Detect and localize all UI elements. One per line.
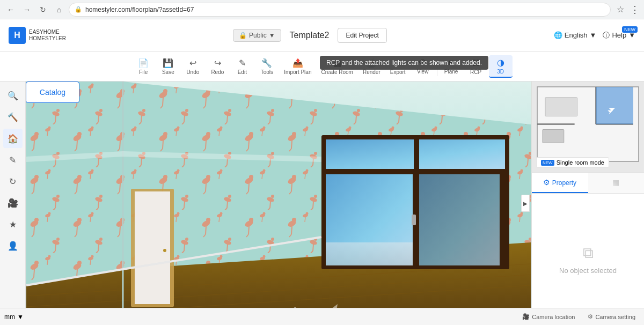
file-icon: 📄 [138, 58, 149, 68]
3d-viewport[interactable] [26, 82, 531, 325]
left-sidebar: 🔍 🔨 🏠 ✎ ↻ 🎥 ★ 👤 [0, 82, 26, 325]
3d-toolbar-item[interactable]: ◑ 3D [489, 55, 513, 78]
tools-label: Tools [261, 69, 273, 75]
logo-area: EASYHOMEHOMESTYLER [9, 27, 66, 44]
logo-text: EASYHOMEHOMESTYLER [29, 29, 66, 42]
svg-marker-30 [509, 124, 531, 242]
new-badge-small: NEW [541, 160, 554, 166]
camera-location-button[interactable]: 🎥 Camera location [518, 311, 579, 322]
home-button[interactable]: ⌂ [53, 3, 65, 16]
texture-icon: ▦ [612, 178, 619, 187]
3d-icon: ◑ [497, 57, 504, 68]
catalog-panel[interactable]: Catalog [26, 82, 79, 103]
export-label: Export [390, 69, 406, 75]
no-object-text: No object selected [559, 267, 617, 275]
unit-selector[interactable]: mm ▼ [4, 313, 24, 321]
create-room-label: Create Room [321, 69, 353, 75]
header-center: 🔒 Public ▼ Template2 Edit Project [72, 28, 547, 43]
refresh-button[interactable]: ↻ [36, 3, 49, 16]
redo-icon: ↪ [214, 58, 221, 68]
room-scene [26, 82, 531, 325]
forward-button[interactable]: → [20, 3, 33, 16]
no-object-area: ⧉ No object selected [532, 194, 644, 325]
redo-label: Redo [211, 69, 224, 75]
chevron-down-icon: ▼ [590, 31, 597, 39]
save-toolbar-item[interactable]: 💾 Save [156, 56, 180, 77]
3d-label: 3D [497, 69, 504, 75]
camera-setting-button[interactable]: ⚙ Camera setting [583, 311, 640, 322]
public-label: Public [249, 32, 267, 39]
user-sidebar-button[interactable]: 👤 [3, 236, 23, 255]
svg-rect-28 [412, 215, 416, 225]
svg-rect-25 [417, 173, 500, 265]
import-icon: 📤 [292, 58, 303, 68]
cursor-icon: ⧉ [583, 245, 594, 262]
collapse-panel-button[interactable]: ▶ [521, 195, 530, 212]
property-icon: ⚙ [543, 178, 550, 187]
svg-rect-26 [414, 139, 419, 265]
bookmark-icon[interactable]: ☆ [614, 3, 627, 16]
property-tab-label: Property [552, 179, 576, 187]
url-text: homestyler.com/floorplan/?assetId=67 [85, 6, 194, 13]
measure-sidebar-button[interactable]: ✎ [3, 150, 23, 169]
file-label: File [139, 69, 148, 75]
render-label: Render [363, 69, 380, 75]
camera-sidebar-button[interactable]: 🎥 [3, 193, 23, 212]
logo-icon [9, 27, 26, 44]
single-room-mode-button[interactable]: NEW Single room mode [536, 157, 609, 168]
tools-toolbar-item[interactable]: 🔧 Tools [255, 56, 279, 77]
browser-menu-icon[interactable]: ⋮ [630, 4, 640, 16]
mini-floorplan: NEW Single room mode [532, 82, 644, 173]
texture-tab[interactable]: ▦ [588, 173, 645, 193]
lock-icon: 🔒 [239, 32, 247, 39]
chevron-down-icon: ▼ [17, 313, 24, 321]
property-tab[interactable]: ⚙ Property [532, 173, 588, 193]
main-area: 🔍 🔨 🏠 ✎ ↻ 🎥 ★ 👤 Catalog [0, 82, 644, 325]
lock-icon: 🔒 [75, 6, 82, 13]
public-button[interactable]: 🔒 Public ▼ [233, 29, 281, 42]
catalog-label: Catalog [40, 88, 65, 97]
language-button[interactable]: 🌐 English ▼ [554, 31, 597, 39]
property-tabs: ⚙ Property ▦ [532, 173, 644, 194]
camera-setting-label: Camera setting [595, 314, 635, 320]
file-toolbar-item[interactable]: 📄 File [131, 56, 155, 77]
browser-bar: ← → ↻ ⌂ 🔒 homestyler.com/floorplan/?asse… [0, 0, 644, 19]
property-panel: ⚙ Property ▦ ⧉ No object selected [532, 173, 644, 325]
chevron-down-icon: ▼ [269, 32, 275, 39]
svg-rect-45 [543, 129, 564, 143]
rcp-tooltip: RCP and the attached lights can be shown… [320, 56, 488, 70]
edit-project-button[interactable]: Edit Project [338, 28, 386, 43]
address-bar[interactable]: 🔒 homestyler.com/floorplan/?assetId=67 [69, 3, 611, 17]
language-label: English [565, 31, 588, 39]
single-room-label: Single room mode [557, 159, 604, 166]
bookmark-sidebar-button[interactable]: ★ [3, 215, 23, 234]
import-plan-toolbar-item[interactable]: 📤 Import Plan [280, 56, 316, 77]
camera-setting-icon: ⚙ [588, 313, 593, 320]
rotate-sidebar-button[interactable]: ↻ [3, 172, 23, 191]
tools-sidebar-button[interactable]: 🔨 [3, 107, 23, 127]
app-header: EASYHOMEHOMESTYLER 🔒 Public ▼ Template2 … [0, 19, 644, 51]
edit-label: Edit [238, 69, 247, 75]
edit-toolbar-item[interactable]: ✎ Edit [230, 56, 254, 77]
save-icon: 💾 [163, 58, 173, 68]
svg-rect-27 [326, 169, 505, 174]
question-icon: ⓘ [603, 31, 610, 40]
camera-location-label: Camera location [532, 314, 575, 320]
search-sidebar-button[interactable]: 🔍 [3, 86, 23, 105]
catalog-sidebar-button[interactable]: 🏠 [3, 129, 23, 148]
redo-toolbar-item[interactable]: ↪ Redo [206, 56, 229, 77]
back-button[interactable]: ← [4, 3, 17, 16]
tooltip-text: RCP and the attached lights can be shown… [326, 59, 482, 67]
import-plan-label: Import Plan [284, 69, 311, 75]
undo-label: Undo [186, 69, 199, 75]
svg-rect-20 [135, 191, 170, 304]
rcp-label: RCP [470, 69, 481, 75]
svg-rect-46 [545, 98, 577, 116]
toolbar: 📄 File 💾 Save ↩ Undo ↪ Redo ✎ Edit 🔧 Too… [0, 51, 644, 82]
svg-point-21 [163, 249, 166, 252]
globe-icon: 🌐 [554, 31, 562, 39]
undo-toolbar-item[interactable]: ↩ Undo [181, 56, 204, 77]
project-title: Template2 [290, 31, 330, 40]
help-button[interactable]: NEW ⓘ Help ▼ [603, 31, 635, 40]
save-label: Save [162, 69, 174, 75]
